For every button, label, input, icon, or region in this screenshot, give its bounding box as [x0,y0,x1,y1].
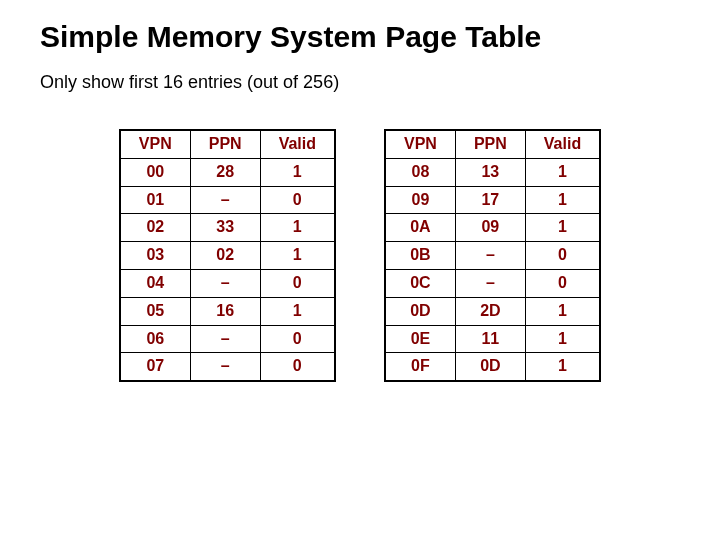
cell-ppn: – [190,269,260,297]
table-row: 0E 11 1 [385,325,600,353]
cell-valid: 1 [260,297,335,325]
page-table-left: VPN PPN Valid 00 28 1 01 – 0 02 [119,129,336,382]
cell-vpn: 02 [120,214,190,242]
table-header-row: VPN PPN Valid [385,130,600,158]
cell-vpn: 0B [385,242,455,270]
col-valid: Valid [525,130,600,158]
cell-valid: 0 [260,353,335,381]
cell-vpn: 03 [120,242,190,270]
cell-ppn: 17 [455,186,525,214]
cell-ppn: 2D [455,297,525,325]
col-ppn: PPN [190,130,260,158]
cell-vpn: 05 [120,297,190,325]
cell-valid: 1 [525,186,600,214]
col-vpn: VPN [385,130,455,158]
page-title: Simple Memory System Page Table [40,20,680,54]
cell-ppn: 13 [455,158,525,186]
cell-valid: 0 [260,269,335,297]
cell-valid: 0 [525,242,600,270]
cell-valid: 1 [525,158,600,186]
cell-valid: 1 [260,214,335,242]
cell-vpn: 0D [385,297,455,325]
cell-vpn: 01 [120,186,190,214]
table-row: 0A 09 1 [385,214,600,242]
cell-valid: 1 [525,325,600,353]
cell-valid: 0 [525,269,600,297]
cell-vpn: 04 [120,269,190,297]
col-valid: Valid [260,130,335,158]
cell-ppn: 28 [190,158,260,186]
cell-vpn: 09 [385,186,455,214]
table-row: 03 02 1 [120,242,335,270]
table-row: 08 13 1 [385,158,600,186]
table-row: 09 17 1 [385,186,600,214]
tables-container: VPN PPN Valid 00 28 1 01 – 0 02 [40,129,680,382]
cell-vpn: 0F [385,353,455,381]
cell-valid: 0 [260,325,335,353]
cell-ppn: 09 [455,214,525,242]
cell-ppn: 33 [190,214,260,242]
cell-ppn: 02 [190,242,260,270]
cell-ppn: – [455,269,525,297]
cell-vpn: 07 [120,353,190,381]
col-vpn: VPN [120,130,190,158]
cell-valid: 1 [525,297,600,325]
cell-valid: 1 [260,158,335,186]
cell-ppn: – [190,325,260,353]
table-row: 00 28 1 [120,158,335,186]
cell-ppn: – [455,242,525,270]
cell-ppn: – [190,186,260,214]
table-row: 0D 2D 1 [385,297,600,325]
table-row: 05 16 1 [120,297,335,325]
table-row: 04 – 0 [120,269,335,297]
cell-vpn: 08 [385,158,455,186]
cell-vpn: 0E [385,325,455,353]
col-ppn: PPN [455,130,525,158]
cell-valid: 1 [525,214,600,242]
table-row: 01 – 0 [120,186,335,214]
cell-ppn: 11 [455,325,525,353]
page-subtitle: Only show first 16 entries (out of 256) [40,72,680,93]
cell-vpn: 06 [120,325,190,353]
cell-ppn: 16 [190,297,260,325]
cell-vpn: 0A [385,214,455,242]
page-table-right: VPN PPN Valid 08 13 1 09 17 1 0A [384,129,601,382]
table-header-row: VPN PPN Valid [120,130,335,158]
cell-valid: 0 [260,186,335,214]
table-row: 0B – 0 [385,242,600,270]
cell-vpn: 0C [385,269,455,297]
table-row: 02 33 1 [120,214,335,242]
table-row: 07 – 0 [120,353,335,381]
cell-valid: 1 [260,242,335,270]
table-row: 0F 0D 1 [385,353,600,381]
cell-vpn: 00 [120,158,190,186]
table-row: 0C – 0 [385,269,600,297]
cell-valid: 1 [525,353,600,381]
cell-ppn: 0D [455,353,525,381]
cell-ppn: – [190,353,260,381]
table-row: 06 – 0 [120,325,335,353]
